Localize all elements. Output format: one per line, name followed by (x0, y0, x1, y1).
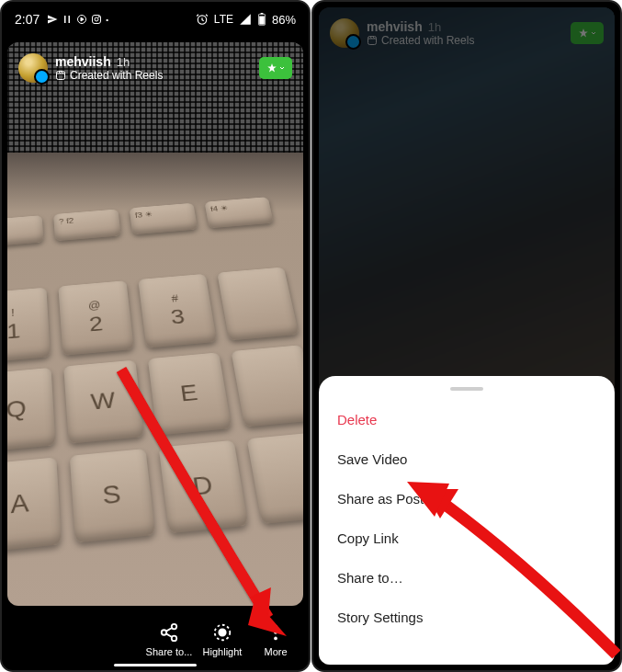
svg-point-4 (95, 17, 98, 21)
chevron-down-icon (278, 64, 286, 72)
highlight-button[interactable]: Highlight (198, 621, 246, 657)
phone-right: mehviish 1h Created with Reels Delete Sa… (311, 0, 622, 672)
status-bar: 2:07 • LTE 86% (2, 2, 309, 37)
svg-point-13 (172, 636, 177, 642)
svg-point-17 (274, 631, 277, 634)
menu-share-as-post[interactable]: Share as Post… (319, 479, 615, 518)
svg-rect-8 (261, 13, 264, 14)
svg-rect-1 (69, 16, 71, 23)
svg-point-18 (274, 637, 277, 641)
battery-icon (257, 13, 266, 26)
story-viewport: mehviish 1h Created with Reels Delete Sa… (319, 7, 615, 665)
story-subline: Created with Reels (55, 69, 163, 82)
svg-point-15 (219, 629, 225, 635)
highlight-label: Highlight (203, 646, 243, 657)
svg-rect-10 (57, 72, 65, 80)
reels-icon (55, 70, 66, 81)
more-label: More (264, 646, 287, 657)
share-label: Share to... (146, 646, 193, 657)
svg-point-5 (99, 17, 100, 17)
status-battery: 86% (272, 13, 296, 27)
close-friends-badge[interactable] (259, 57, 292, 79)
status-time: 2:07 (15, 12, 40, 27)
menu-delete[interactable]: Delete (319, 400, 615, 439)
story-username[interactable]: mehviish (55, 54, 111, 69)
story-time: 1h (117, 55, 130, 69)
story-header: mehviish 1h Created with Reels (18, 53, 292, 83)
sheet-handle[interactable] (450, 387, 483, 391)
svg-rect-9 (259, 17, 265, 25)
svg-point-16 (274, 625, 277, 629)
story-viewport[interactable]: f1? f2f3 ☀f4 ☀ !1@2#3 QWE ASD mehviish 1… (7, 42, 303, 606)
story-actions: Share to... Highlight More (2, 621, 309, 657)
menu-copy-link[interactable]: Copy Link (319, 518, 615, 558)
home-indicator[interactable] (114, 664, 197, 666)
more-button[interactable]: More (252, 621, 300, 657)
menu-story-settings[interactable]: Story Settings (319, 598, 615, 637)
more-menu-sheet: Delete Save Video Share as Post… Copy Li… (319, 376, 615, 665)
status-network: LTE (214, 13, 233, 26)
menu-share-to[interactable]: Share to… (319, 558, 615, 598)
phone-left: 2:07 • LTE 86% f1? f2f3 ☀f4 ☀ !1@2#3 (0, 0, 311, 672)
story-image: f1? f2f3 ☀f4 ☀ !1@2#3 QWE ASD (7, 42, 303, 606)
status-left-icons: • (47, 14, 108, 25)
svg-point-12 (162, 630, 167, 635)
share-to-button[interactable]: Share to... (145, 621, 193, 657)
svg-rect-0 (64, 16, 66, 23)
highlight-icon (211, 621, 233, 644)
avatar[interactable] (18, 53, 48, 83)
menu-save-video[interactable]: Save Video (319, 439, 615, 479)
signal-icon (239, 13, 252, 26)
more-icon (265, 621, 287, 644)
share-icon (158, 621, 180, 644)
alarm-icon (196, 13, 209, 26)
svg-point-11 (172, 624, 177, 630)
